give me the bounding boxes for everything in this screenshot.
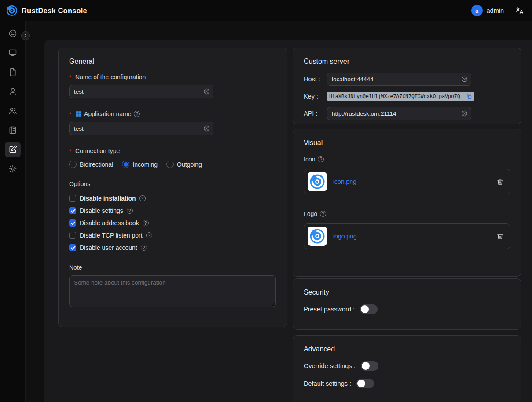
- option-disable-user-account[interactable]: Disable user account: [69, 243, 276, 252]
- users-icon: [8, 106, 17, 115]
- smiley-icon: [8, 29, 17, 38]
- note-textarea[interactable]: [69, 275, 276, 307]
- trash-icon[interactable]: [496, 233, 504, 240]
- help-icon[interactable]: [146, 232, 152, 238]
- override-settings-label: Override settings :: [304, 362, 356, 369]
- host-input-wrap: [327, 73, 471, 86]
- config-name-label-text: Name of the configuration: [75, 73, 146, 80]
- checkbox[interactable]: [69, 244, 76, 251]
- help-icon[interactable]: [127, 208, 133, 214]
- help-icon[interactable]: [139, 195, 146, 201]
- radio-incoming[interactable]: Incoming: [122, 161, 158, 168]
- option-label: Disable address book: [80, 219, 139, 227]
- edit-icon: [8, 145, 17, 154]
- sidebar-item-configurations[interactable]: [5, 142, 21, 157]
- default-settings-row: Default settings :: [304, 379, 510, 388]
- override-settings-toggle[interactable]: [361, 361, 378, 371]
- option-disable-address-book[interactable]: Disable address book: [69, 218, 276, 228]
- rustdesk-logo-icon: [6, 5, 18, 16]
- sidebar-item-dashboard[interactable]: [5, 26, 21, 41]
- app-name-label: Application name: [69, 110, 276, 117]
- host-input[interactable]: [327, 73, 471, 86]
- options-label-text: Options: [69, 180, 90, 187]
- icon-label: Icon: [304, 156, 510, 163]
- connection-type-radio-group: Bidirectional Incoming Outgoing: [69, 161, 276, 168]
- help-icon[interactable]: [320, 211, 326, 217]
- preset-password-row: Preset password :: [304, 304, 510, 314]
- clear-icon[interactable]: [461, 110, 468, 117]
- sidebar-item-documents[interactable]: [5, 64, 21, 80]
- radio-control[interactable]: [122, 161, 129, 168]
- logo-file-link[interactable]: logo.png: [333, 233, 357, 240]
- sidebar-collapse-button[interactable]: [21, 31, 30, 40]
- clear-icon[interactable]: [203, 88, 210, 95]
- logbook-icon: [8, 126, 17, 135]
- user-menu[interactable]: a admin: [471, 5, 504, 16]
- app-title: RustDesk Console: [22, 7, 87, 15]
- app-name-input[interactable]: [69, 122, 213, 135]
- checkbox[interactable]: [69, 195, 76, 202]
- option-disable-installation[interactable]: Disable installation: [69, 194, 276, 203]
- app-name-input-wrap: [69, 122, 213, 135]
- user-name: admin: [487, 7, 504, 14]
- help-icon[interactable]: [134, 111, 140, 117]
- note-label: Note: [69, 264, 276, 271]
- api-input-wrap: [327, 107, 471, 120]
- checkbox[interactable]: [69, 219, 76, 227]
- radio-control[interactable]: [166, 161, 174, 168]
- api-row: API :: [304, 107, 510, 120]
- key-label: Key :: [304, 93, 327, 100]
- sidebar-item-settings[interactable]: [5, 161, 21, 177]
- card-title-visual: Visual: [304, 139, 510, 147]
- copy-icon[interactable]: [466, 93, 472, 99]
- option-label: Disable settings: [80, 207, 123, 214]
- config-name-input[interactable]: [69, 85, 213, 98]
- sidebar-item-groups[interactable]: [5, 103, 21, 119]
- radio-label: Outgoing: [177, 161, 202, 168]
- sidebar-item-devices[interactable]: [5, 45, 21, 61]
- connection-type-label-text: Connection type: [75, 147, 120, 154]
- sidebar-item-logs[interactable]: [5, 122, 21, 138]
- host-row: Host :: [304, 73, 510, 86]
- page-background: General Name of the configuration Applic…: [26, 21, 532, 402]
- options-list: Disable installation Disable settings Di…: [69, 194, 276, 252]
- card-advanced: Advanced Override settings : Default set…: [293, 335, 521, 402]
- translate-icon[interactable]: [515, 6, 524, 15]
- trash-icon[interactable]: [496, 178, 504, 186]
- api-input[interactable]: [327, 107, 471, 120]
- radio-label: Bidirectional: [80, 161, 113, 168]
- avatar[interactable]: a: [471, 5, 483, 16]
- api-label: API :: [304, 110, 327, 117]
- checkbox[interactable]: [69, 232, 76, 239]
- monitor-icon: [8, 48, 17, 57]
- config-name-input-wrap: [69, 85, 213, 98]
- gear-icon: [8, 164, 17, 173]
- option-disable-settings[interactable]: Disable settings: [69, 206, 276, 216]
- clear-icon[interactable]: [203, 125, 210, 132]
- help-icon[interactable]: [141, 245, 147, 251]
- help-icon[interactable]: [318, 156, 324, 162]
- radio-control[interactable]: [69, 161, 77, 168]
- checkbox[interactable]: [69, 207, 76, 214]
- icon-label-text: Icon: [304, 156, 315, 163]
- app-name-label-text: Application name: [84, 110, 131, 117]
- option-disable-tcp-listen-port[interactable]: Disable TCP listen port: [69, 230, 276, 240]
- default-settings-toggle[interactable]: [356, 379, 374, 388]
- icon-file-link[interactable]: icon.png: [333, 178, 356, 185]
- icon-file-thumbnail: [308, 172, 327, 191]
- card-custom-server: Custom server Host : Key : HtaXBkJNHyn0e…: [293, 48, 521, 124]
- preset-password-toggle[interactable]: [360, 304, 378, 314]
- config-name-label: Name of the configuration: [69, 73, 276, 80]
- top-bar: RustDesk Console a admin: [0, 0, 532, 21]
- sidebar: [0, 21, 26, 402]
- sidebar-item-users[interactable]: [5, 84, 21, 99]
- clear-icon[interactable]: [461, 76, 468, 83]
- user-icon: [8, 87, 17, 96]
- help-icon[interactable]: [143, 220, 149, 226]
- key-text: HtaXBkJNHyn0e1U1jWXze7A7CN7QTGWqxkOtpaVp…: [329, 93, 463, 99]
- radio-outgoing[interactable]: Outgoing: [166, 161, 202, 168]
- radio-bidirectional[interactable]: Bidirectional: [69, 161, 113, 168]
- option-label: Disable installation: [80, 195, 136, 202]
- card-general: General Name of the configuration Applic…: [58, 48, 287, 327]
- option-label: Disable user account: [80, 244, 137, 251]
